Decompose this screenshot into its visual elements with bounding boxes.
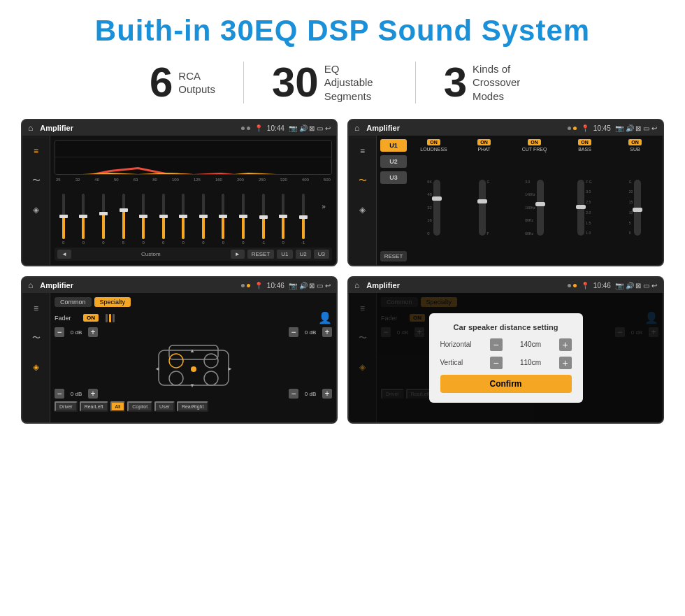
eq-slider-6: 0 [174,194,192,245]
svg-text:▼: ▼ [189,382,195,389]
eq-prev-btn[interactable]: ◄ [57,250,71,259]
loudness-slider[interactable] [433,180,440,236]
status-controls-2: 📷 🔊 ⊠ ▭ ↩ [615,124,657,132]
btn-rearright[interactable]: RearRight [177,401,209,412]
db-control-2: − 0 dB + [289,327,332,337]
ch-loudness-toggle[interactable]: ON [427,139,440,145]
dialog-vertical-label: Vertical [440,359,486,366]
screen3-sidebar: ≡ 〜 ◈ [22,293,50,422]
btn-all[interactable]: All [110,401,126,412]
db-minus-1[interactable]: − [55,327,64,337]
confirm-button[interactable]: Confirm [440,375,572,393]
speaker-distance-dialog: Car speaker distance setting Horizontal … [429,313,583,403]
eq-reset-btn[interactable]: RESET [247,250,275,259]
stat-number-crossover: 3 [444,62,467,103]
screen4-time: 10:46 [593,282,611,289]
eq-u2-btn[interactable]: U2 [296,250,311,259]
sub-slider[interactable] [634,180,641,236]
sidebar2-eq-icon[interactable]: ≡ [354,143,371,159]
db-minus-3[interactable]: − [55,389,64,399]
db-row-left: − 0 dB + − 0 dB + [55,327,332,337]
sidebar2-wave-icon[interactable]: 〜 [354,172,371,189]
sidebar2-speaker-icon[interactable]: ◈ [354,201,371,218]
db-plus-1[interactable]: + [88,327,98,337]
eq-slider-4: 0 [134,194,152,245]
btn-copilot[interactable]: Copilot [127,401,152,412]
stat-rca: 6 RCA Outputs [122,62,243,103]
svg-point-9 [204,371,218,385]
stat-number-rca: 6 [150,62,173,103]
tab-specialty[interactable]: Specialty [94,297,131,307]
btn-user[interactable]: User [154,401,175,412]
home-icon-4: ⌂ [354,280,359,290]
ch-phat-toggle[interactable]: ON [477,139,491,145]
cutfreq-slider[interactable] [537,180,544,236]
dot2 [247,127,250,130]
stat-eq: 30 EQ Adjustable Segments [244,62,415,103]
screen2-time: 10:45 [593,124,611,132]
fader-slider-mini [106,314,115,322]
eq-slider-11: 0 [274,194,292,245]
dialog-horizontal-value: 140cm [507,341,555,348]
db-control-4: − 0 dB + [289,389,332,399]
db-value-1: 0 dB [66,329,86,336]
screen2-sidebar: ≡ 〜 ◈ [349,136,377,265]
eq-u1-btn[interactable]: U1 [277,250,292,259]
dialog-horizontal-plus[interactable]: + [559,338,572,351]
fader-on-toggle[interactable]: ON [83,314,99,322]
eq-u3-btn[interactable]: U3 [314,250,329,259]
sidebar-speaker-icon[interactable]: ◈ [28,201,45,218]
sidebar-eq-icon[interactable]: ≡ [28,143,45,159]
db-value-2: 0 dB [301,329,320,336]
tab-common[interactable]: Common [55,297,92,307]
ch-sub: ON SUB G20151050 [611,139,659,262]
dot7 [568,284,571,287]
dot3 [568,127,571,130]
ch-bass-toggle[interactable]: ON [578,139,591,145]
sidebar3-wave-icon[interactable]: 〜 [28,329,45,346]
stat-number-eq: 30 [272,62,319,103]
preset-u3[interactable]: U3 [380,171,407,184]
btn-rearleft[interactable]: RearLeft [80,401,108,412]
amp2-presets: U1 U2 U3 RESET [380,139,407,262]
db-plus-2[interactable]: + [322,327,332,337]
person-icon: 👤 [318,311,332,324]
svg-text:▲: ▲ [189,348,195,354]
db-minus-2[interactable]: − [289,327,298,337]
svg-rect-0 [55,141,331,175]
phat-slider[interactable] [479,180,486,236]
dialog-vertical-plus[interactable]: + [559,357,572,369]
db-minus-4[interactable]: − [289,389,298,399]
ch-sub-toggle[interactable]: ON [628,139,642,145]
fader-left: Fader ON 👤 [55,311,332,412]
eq-slider-5: 0 [154,194,173,245]
btn-driver[interactable]: Driver [55,401,78,412]
dialog-horizontal-minus[interactable]: − [490,338,503,351]
ch-cutfreq-toggle[interactable]: ON [528,139,541,145]
bass-slider[interactable] [577,180,584,236]
sidebar3-eq-icon[interactable]: ≡ [28,300,45,317]
db-row-bottom: − 0 dB + − 0 dB + [55,389,332,399]
eq-slider-8: 0 [215,194,233,245]
main-title: Buith-in 30EQ DSP Sound System [21,14,664,48]
sidebar3-speaker-icon[interactable]: ◈ [28,359,45,375]
db-plus-3[interactable]: + [88,389,98,399]
sidebar-wave-icon[interactable]: 〜 [28,172,45,189]
status-dots-4 [568,284,577,287]
db-plus-4[interactable]: + [322,389,332,399]
preset-u2[interactable]: U2 [380,155,407,168]
eq-slider-expand: » [315,199,333,245]
dialog-title: Car speaker distance setting [440,323,572,331]
ch-phat-name: PHAT [477,147,490,152]
status-bar-3: ⌂ Amplifier 📍 10:46 📷 🔊 ⊠ ▭ ↩ [22,278,336,293]
dialog-vertical-minus[interactable]: − [490,357,503,369]
preset-u1[interactable]: U1 [380,139,407,152]
eq-freq-labels: 25 32 40 50 63 80 100 125 160 200 250 32… [55,178,332,182]
db-value-4: 0 dB [301,391,320,397]
amp2-main: U1 U2 U3 RESET ON LOUDNESS 644832160 [377,136,663,265]
eq-preset-label: Custom [74,251,228,257]
crossover-reset-btn[interactable]: RESET [380,251,407,262]
svg-point-10 [191,366,196,372]
eq-next-btn[interactable]: ► [231,250,245,259]
ch-cutfreq: ON CUT FREQ 3.0140Hz100Hz80Hz60Hz [510,139,558,262]
